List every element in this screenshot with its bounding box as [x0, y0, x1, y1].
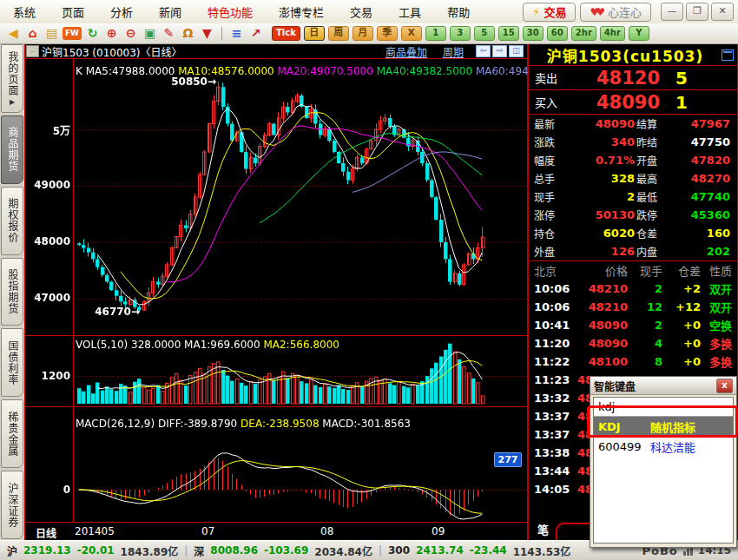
period-button-30[interactable]: 30 — [523, 26, 544, 41]
trade-col-现手: 现手 — [628, 262, 662, 279]
keyboard-search-input[interactable]: kdj — [594, 398, 733, 417]
zoom-in-icon[interactable]: ⊕ — [103, 25, 120, 42]
trade-button[interactable]: ⚡ 交易 — [523, 3, 576, 22]
restore-window-icon[interactable] — [722, 49, 734, 61]
filter-icon[interactable]: ▼ — [199, 25, 215, 42]
grip-icon[interactable]: ‥ — [26, 45, 39, 57]
minimize-button[interactable]: — — [661, 3, 683, 21]
alert-bell-icon[interactable]: Ω — [180, 25, 196, 42]
trade-row: 10:064821012+12双开 — [529, 298, 737, 316]
sidebar-tab-label: 商品期货 — [7, 127, 17, 172]
period-button-1[interactable]: 1 — [425, 26, 446, 41]
news-icon[interactable]: FW — [63, 27, 82, 40]
period-tab-daily[interactable]: 日线 — [36, 525, 56, 540]
split-view-icon[interactable]: ◫ — [509, 45, 524, 57]
trade-col-性质: 性质 — [701, 262, 732, 279]
stat-row: 幅度0.71%开盘47820 — [529, 151, 737, 169]
period-button-Y[interactable]: Y — [629, 26, 649, 41]
stat-value: 47820 — [678, 154, 732, 167]
trade-time: 13:37 — [534, 410, 576, 423]
menu-系统[interactable]: 系统 — [0, 3, 49, 20]
quote-list-icon[interactable]: ≡ — [228, 25, 245, 42]
trade-delta: +0 — [662, 319, 701, 332]
popup-title-bar[interactable]: 智能键盘 x — [590, 377, 736, 395]
sidebar-tab-label: 期权报价 — [7, 198, 17, 243]
trade-delta: +12 — [662, 300, 701, 313]
prev-page-icon[interactable]: ⇦ — [476, 45, 491, 57]
menu-澎博专栏[interactable]: 澎博专栏 — [266, 3, 337, 20]
keyboard-item-KDJ[interactable]: KDJ随机指标 — [594, 417, 733, 437]
menu-帮助[interactable]: 帮助 — [434, 3, 483, 20]
period-button-60[interactable]: 60 — [547, 26, 568, 41]
sidebar-tab-label: 沪深证券 — [7, 483, 17, 528]
bid-price: 48090 — [571, 92, 660, 113]
period-button-季[interactable]: 季 — [377, 26, 398, 41]
bid-label: 买入 — [529, 94, 571, 110]
bid-row[interactable]: 买入 48090 1 — [529, 90, 737, 115]
ask-price: 48120 — [571, 68, 660, 89]
candlestick-chart-canvas[interactable] — [25, 59, 527, 522]
menu-交易[interactable]: 交易 — [337, 3, 385, 20]
stat-row: 总手328最高48270 — [529, 169, 737, 188]
period-button-5[interactable]: 5 — [474, 26, 495, 41]
period-button-周[interactable]: 周 — [328, 26, 349, 41]
trade-delta: +0 — [662, 355, 701, 368]
overlay-link[interactable]: 商品叠加 — [385, 44, 427, 59]
period-link[interactable]: 周期 — [443, 44, 464, 59]
period-button-2hr[interactable]: 2hr — [571, 26, 596, 41]
menu-新闻[interactable]: 新闻 — [146, 3, 194, 20]
back-icon[interactable]: ◀ — [5, 25, 22, 42]
period-button-Tick[interactable]: Tick — [272, 26, 300, 41]
tab-tick-detail[interactable]: 笔 — [529, 521, 556, 540]
lightning-icon: ⚡ — [532, 5, 540, 18]
stat-value: 160 — [678, 227, 732, 240]
quote-title-bar: 沪铜1503(cu1503) — [529, 44, 737, 66]
stat-label: 最新 — [534, 116, 574, 131]
zoom-out-icon[interactable]: ⊖ — [122, 25, 139, 42]
next-page-icon[interactable]: ⇨ — [492, 45, 507, 57]
trade-delta: +2 — [662, 282, 701, 295]
stat-value: 48090 — [574, 117, 636, 130]
sidebar-tab-商品期货[interactable]: 商品期货 — [1, 115, 23, 184]
sidebar-tab-股指期货[interactable]: 股指期货 — [1, 258, 23, 326]
heart-link-button[interactable]: ♥♥ 心连心 — [580, 3, 651, 22]
menu-特色功能[interactable]: 特色功能 — [194, 3, 266, 20]
sidebar-tab-沪深证券[interactable]: 沪深证券 — [1, 471, 23, 539]
sidebar-tab-国债利率[interactable]: 国债利率 — [1, 328, 23, 397]
overlay-icon[interactable]: ▣ — [142, 25, 158, 42]
toolbar: ◀⌂▤FW↻⊕⊖▣✎Ω▼≡↗ Tick日周月季X1351530602hr4hrY — [0, 23, 738, 44]
trade-time: 11:22 — [534, 355, 576, 368]
draw-icon[interactable]: ✎ — [161, 25, 177, 42]
stat-value: 2 — [574, 190, 636, 203]
x-axis: 日线 201405070809 — [25, 522, 527, 541]
notes-icon[interactable]: ▤ — [43, 25, 60, 42]
period-button-15[interactable]: 15 — [498, 26, 519, 41]
menu-工具[interactable]: 工具 — [385, 3, 434, 20]
trade-row: 11:20480904+0多换 — [529, 334, 737, 352]
maximize-button[interactable]: ❐ — [686, 3, 708, 21]
period-button-3[interactable]: 3 — [450, 26, 471, 41]
trade-time: 10:41 — [534, 319, 576, 332]
refresh-icon[interactable]: ↻ — [84, 25, 101, 42]
menu-分析[interactable]: 分析 — [97, 3, 146, 20]
trade-time: 10:06 — [534, 282, 576, 295]
ask-row[interactable]: 卖出 48120 5 — [529, 66, 737, 90]
home-icon[interactable]: ⌂ — [24, 25, 41, 42]
trend-chart-icon[interactable]: ↗ — [247, 25, 264, 42]
menu-页面[interactable]: 页面 — [49, 3, 97, 20]
bid-size: 1 — [675, 92, 688, 113]
period-button-4hr[interactable]: 4hr — [600, 26, 625, 41]
period-button-X[interactable]: X — [401, 26, 422, 41]
close-icon[interactable]: x — [716, 379, 733, 393]
period-button-月[interactable]: 月 — [353, 26, 373, 41]
sidebar-tab-稀贵金属[interactable]: 稀贵金属 — [1, 399, 23, 468]
sidebar-tab-我的页面[interactable]: 我的页面▶ — [1, 44, 23, 113]
keyboard-item-600499[interactable]: 600499科达洁能 — [594, 437, 733, 457]
sidebar-tab-label: 我的页面 — [7, 51, 17, 96]
chart-header: ‥ 沪铜1503 (010003)〈日线〉 商品叠加 周期 ⇦⇨◫ — [25, 44, 527, 59]
period-button-日[interactable]: 日 — [304, 26, 325, 41]
quote-symbol-title: 沪铜1503(cu1503) — [529, 44, 722, 66]
stat-label: 幅度 — [534, 153, 574, 168]
close-button[interactable]: ✕ — [711, 3, 734, 21]
sidebar-tab-期权报价[interactable]: 期权报价 — [1, 187, 23, 255]
